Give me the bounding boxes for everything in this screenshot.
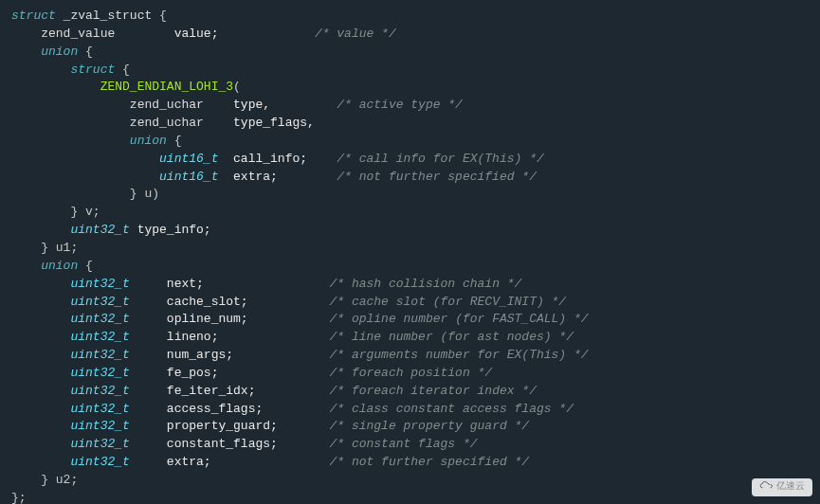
field-cache-slot: cache_slot;	[167, 295, 248, 309]
type-uint32: uint32_t	[70, 419, 129, 433]
field-call-info: call_info;	[233, 152, 307, 166]
keyword-struct: struct	[11, 9, 56, 23]
comment: /* not further specified */	[330, 455, 530, 469]
watermark: 亿速云	[752, 478, 812, 497]
type-uint32: uint32_t	[70, 277, 129, 291]
field-lineno: lineno;	[167, 330, 219, 344]
type-uint32: uint32_t	[70, 348, 129, 362]
comment: /* foreach position */	[330, 366, 493, 380]
type-uint32: uint32_t	[70, 455, 129, 469]
close-brace: } u2;	[41, 473, 78, 487]
struct-name: _zval_struct	[56, 9, 159, 23]
comment: /* call info for EX(This) */	[337, 152, 543, 166]
type-uint32: uint32_t	[70, 384, 129, 398]
keyword-union: union	[41, 45, 78, 59]
type-uint32: uint32_t	[70, 366, 129, 380]
comment: /* constant flags */	[330, 437, 478, 451]
type-uint32: uint32_t	[70, 223, 129, 237]
type-uint32: uint32_t	[70, 330, 129, 344]
field-fe-pos: fe_pos;	[167, 366, 219, 380]
field-type: type,	[233, 98, 270, 112]
close-brace: } u1;	[41, 241, 78, 255]
comment: /* active type */	[337, 98, 463, 112]
type-uint32: uint32_t	[70, 437, 129, 451]
field-type-info: type_info;	[137, 223, 211, 237]
field-next: next;	[167, 277, 204, 291]
field-value: value;	[174, 27, 219, 41]
type-uint16: uint16_t	[159, 152, 218, 166]
comment: /* line number (for ast nodes) */	[330, 330, 574, 344]
comment: /* hash collision chain */	[330, 277, 522, 291]
brace: {	[159, 9, 167, 23]
field-constant-flags: constant_flags;	[167, 437, 278, 451]
comment: /* single property guard */	[330, 419, 530, 433]
keyword-union: union	[41, 259, 78, 273]
macro-call: ZEND_ENDIAN_LOHI_3	[100, 80, 233, 94]
type-uint32: uint32_t	[70, 312, 129, 326]
comment: /* cache slot (for RECV_INIT) */	[330, 295, 567, 309]
comment: /* value */	[315, 27, 396, 41]
type-uint32: uint32_t	[70, 402, 129, 416]
type-uint16: uint16_t	[159, 170, 218, 184]
keyword-union: union	[130, 134, 167, 148]
code-block: struct _zval_struct { zend_value value; …	[11, 8, 809, 504]
close-brace: } u)	[130, 187, 159, 201]
field-opline-num: opline_num;	[167, 312, 248, 326]
field-type-flags: type_flags,	[233, 116, 315, 130]
comment: /* opline number (for FAST_CALL) */	[330, 312, 589, 326]
comment: /* not further specified */	[337, 170, 537, 184]
field-property-guard: property_guard;	[167, 419, 278, 433]
close-brace: } v;	[70, 205, 100, 219]
close-brace: };	[11, 491, 27, 504]
field-num-args: num_args;	[167, 348, 233, 362]
cloud-icon	[759, 480, 773, 495]
comment: /* class constant access flags */	[330, 402, 574, 416]
field-extra: extra;	[233, 170, 278, 184]
field-extra: extra;	[167, 455, 211, 469]
type-zend-uchar: zend_uchar	[130, 116, 204, 130]
field-access-flags: access_flags;	[167, 402, 263, 416]
comment: /* foreach iterator index */	[330, 384, 537, 398]
type-zend-uchar: zend_uchar	[130, 98, 204, 112]
field-fe-iter-idx: fe_iter_idx;	[167, 384, 256, 398]
comment: /* arguments number for EX(This) */	[330, 348, 589, 362]
watermark-text: 亿速云	[776, 480, 805, 495]
type-zend-value: zend_value	[41, 27, 115, 41]
indent	[11, 27, 41, 41]
type-uint32: uint32_t	[70, 295, 129, 309]
keyword-struct: struct	[70, 63, 115, 77]
